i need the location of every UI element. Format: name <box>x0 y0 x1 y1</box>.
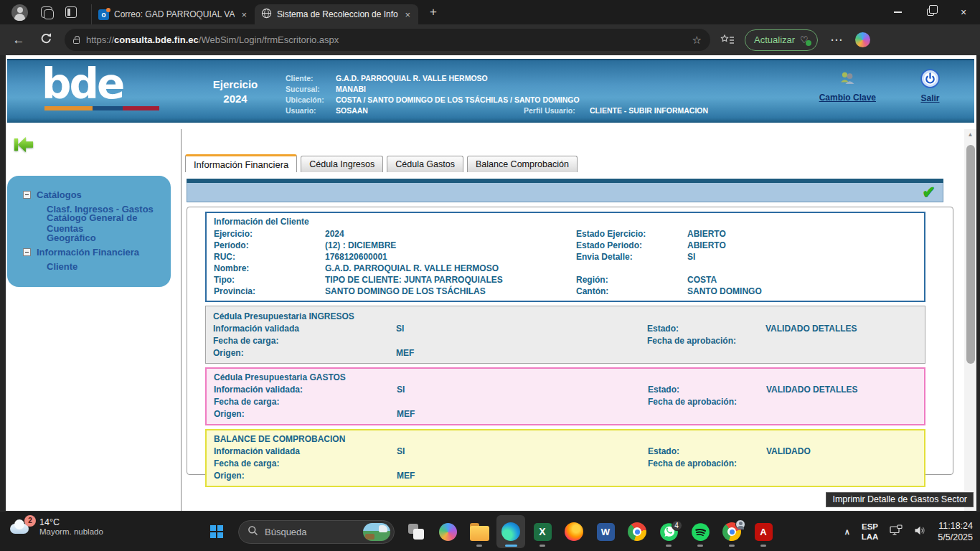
collapse-icon[interactable] <box>23 191 31 199</box>
taskbar-whatsapp[interactable]: 4 <box>654 515 683 548</box>
main-content: Información Financiera Cédula Ingresos C… <box>185 129 953 511</box>
actualizar-button[interactable]: Actualizar ♡ <box>745 29 818 51</box>
perfil-label: Perfil Usuario: <box>524 106 590 115</box>
close-button[interactable]: × <box>947 0 980 24</box>
browser-health-icon: ♡ <box>800 34 809 45</box>
cambio-clave-link[interactable]: Cambio Clave <box>819 69 876 103</box>
search-daily-image[interactable] <box>363 523 390 541</box>
tab-cedula-ingresos[interactable]: Cédula Ingresos <box>301 156 383 172</box>
weather-temp: 14°C <box>39 517 103 527</box>
taskbar-edge[interactable] <box>496 515 525 548</box>
tab-balance-comprobacion[interactable]: Balance Comprobación <box>467 156 578 172</box>
field-label: Origen: <box>213 347 396 359</box>
back-icon[interactable]: ← <box>10 33 27 47</box>
field-value <box>766 458 917 470</box>
page-scrollbar[interactable]: ▲ ▼ <box>964 129 976 511</box>
collapse-menu-arrow-icon[interactable] <box>14 137 33 152</box>
browser-tab-correo[interactable]: Correo: GAD PARROQUIAL VALLE × <box>91 4 255 24</box>
url-text[interactable]: https://consulta.bde.fin.ec/WebSim/Login… <box>86 34 686 45</box>
taskbar-spotify[interactable] <box>686 515 715 548</box>
settings-menu-icon[interactable]: ⋯ <box>828 32 845 47</box>
taskbar: 2 14°C Mayorm. nublado Búsqueda <box>0 511 980 551</box>
cloud-icon: 2 <box>9 518 33 535</box>
ejercicio-block: Ejercicio 2024 <box>199 77 271 106</box>
time: 11:18:24 <box>938 520 973 532</box>
taskbar-copilot[interactable] <box>433 515 462 548</box>
refresh-icon[interactable] <box>37 32 55 48</box>
sidebar-item-informacion-financiera[interactable]: Información Financiera <box>7 245 171 259</box>
field-label: Fecha de carga: <box>214 396 397 408</box>
sidebar-item-label: Catálogo General de Cuentas <box>47 212 171 234</box>
weather-widget[interactable]: 2 14°C Mayorm. nublado <box>9 517 103 536</box>
scrollbar-thumb[interactable] <box>966 145 975 364</box>
power-icon <box>920 69 940 91</box>
taskbar-file-explorer[interactable] <box>465 515 494 548</box>
copilot-icon[interactable] <box>855 32 870 47</box>
field-label <box>648 408 766 420</box>
field-label: Información validada <box>214 446 397 458</box>
validated-check-icon[interactable]: ✔ <box>923 185 936 199</box>
browser-tab-sistema[interactable]: Sistema de Recoleccion de Inform × <box>255 4 418 24</box>
search-box[interactable]: Búsqueda <box>238 520 395 544</box>
field-value: MEF <box>396 347 647 359</box>
taskbar-chrome-profile[interactable] <box>717 515 746 548</box>
info-row: Fecha de carga:Fecha de aprobación: <box>214 458 917 470</box>
sidebar-item-label: Catálogos <box>37 189 82 200</box>
spotify-icon <box>691 522 710 542</box>
url-bar[interactable]: https://consulta.bde.fin.ec/WebSim/Login… <box>65 29 710 51</box>
clock[interactable]: 11:18:24 5/5/2025 <box>938 520 973 543</box>
copilot-icon <box>439 523 457 541</box>
taskbar-word[interactable] <box>591 515 620 548</box>
sidebar-item-catalogo-general-cuentas[interactable]: Catálogo General de Cuentas <box>7 216 171 230</box>
sucursal-value: MANABI <box>336 85 708 93</box>
restore-button[interactable] <box>914 0 947 24</box>
sidebar-item-cliente[interactable]: Cliente <box>7 259 171 273</box>
favorite-star-icon[interactable]: ☆ <box>692 34 702 47</box>
start-button[interactable] <box>202 517 231 546</box>
tab-actions-icon[interactable] <box>65 6 77 18</box>
taskbar-firefox[interactable] <box>560 515 588 548</box>
client-header-fields: Cliente: G.A.D. PARROQUIAL R. VALLE HERM… <box>286 74 708 115</box>
tab-cedula-gastos[interactable]: Cédula Gastos <box>387 156 463 172</box>
panel-title: Información del Cliente <box>214 215 917 228</box>
language-indicator[interactable]: ESP LAA <box>862 522 879 542</box>
panel-title: Cédula Presupuestaria GASTOS <box>214 371 917 384</box>
minimize-button[interactable] <box>881 0 914 24</box>
tab-informacion-financiera[interactable]: Información Financiera <box>185 154 297 172</box>
salir-link[interactable]: Salir <box>920 69 940 103</box>
field-value <box>765 335 918 347</box>
usuario-value: SOSAAN <box>336 106 524 115</box>
lock-icon[interactable] <box>73 39 80 44</box>
taskbar-excel[interactable] <box>528 515 557 548</box>
profile-badge <box>735 519 745 529</box>
bde-logo-underline <box>44 106 159 110</box>
field-value: MEF <box>397 408 648 420</box>
scroll-up-icon[interactable]: ▲ <box>964 129 976 141</box>
workspaces-icon[interactable] <box>41 6 52 18</box>
profile-avatar[interactable] <box>11 4 28 21</box>
taskbar-acrobat[interactable] <box>749 515 778 548</box>
tray-chevron-icon[interactable]: ∧ <box>844 527 850 537</box>
field-label: Provincia: <box>214 286 325 297</box>
close-tab-icon[interactable]: × <box>403 9 412 20</box>
weather-condition: Mayorm. nublado <box>39 527 103 536</box>
sucursal-label: Sucursal: <box>286 85 336 93</box>
sidebar-item-catalogos[interactable]: Catálogos <box>7 187 171 202</box>
field-label: Tipo: <box>214 274 325 286</box>
field-value: (12) : DICIEMBRE <box>325 240 576 251</box>
close-tab-icon[interactable]: × <box>240 9 248 20</box>
cambio-clave-label: Cambio Clave <box>819 93 876 103</box>
volume-icon[interactable] <box>914 525 926 539</box>
taskbar-task-view[interactable] <box>402 515 430 548</box>
network-icon[interactable] <box>890 524 903 539</box>
field-label: Estado Periodo: <box>576 240 687 251</box>
new-tab-button[interactable]: + <box>425 5 441 19</box>
file-explorer-icon <box>470 526 489 541</box>
info-row: Provincia:SANTO DOMINGO DE LOS TSÁCHILAS… <box>214 286 917 297</box>
url-scheme: https:// <box>86 34 114 45</box>
taskbar-chrome[interactable] <box>623 515 651 548</box>
info-row: Información validadaSIEstado:VALIDADO DE… <box>213 323 918 335</box>
favorites-bar-icon[interactable] <box>720 34 735 47</box>
field-value: ABIERTO <box>687 228 917 240</box>
collapse-icon[interactable] <box>23 248 31 256</box>
